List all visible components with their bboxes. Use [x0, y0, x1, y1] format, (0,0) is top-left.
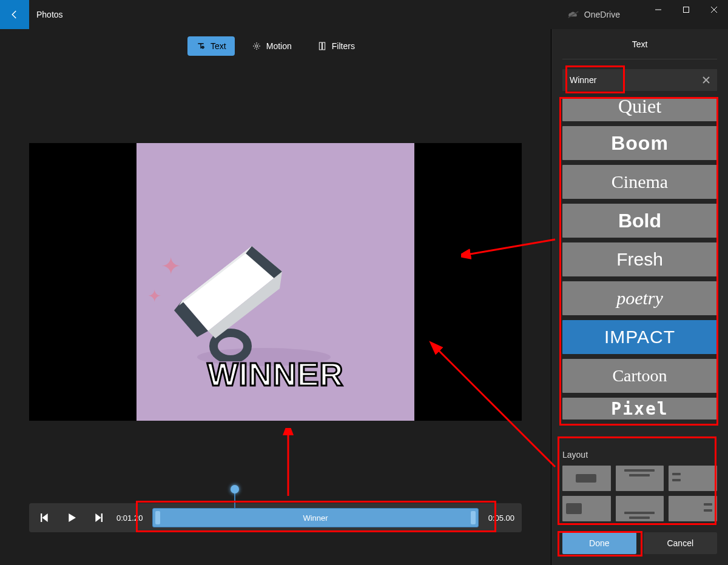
onedrive-status[interactable]: OneDrive [567, 10, 620, 19]
play-button[interactable] [63, 509, 80, 526]
layout-top[interactable] [616, 466, 664, 491]
next-frame-button[interactable] [90, 509, 107, 526]
style-poetry[interactable]: poetry [562, 281, 717, 315]
app-title: Photos [36, 10, 63, 19]
megaphone-illustration [161, 234, 306, 361]
prev-frame-button[interactable] [36, 509, 53, 526]
tab-filters-label: Filters [332, 41, 355, 51]
text-icon [196, 41, 206, 51]
titlebar: Photos OneDrive [0, 0, 728, 29]
preview[interactable]: ✦ ✦ WINNER [29, 143, 522, 421]
style-bold[interactable]: Bold [562, 204, 717, 238]
svg-rect-9 [319, 42, 322, 50]
minimize-button[interactable] [644, 0, 672, 19]
svg-point-8 [255, 45, 258, 47]
style-cinema[interactable]: Cinema [562, 165, 717, 199]
clip-label: Winner [303, 513, 328, 523]
layout-section: Layout [562, 450, 717, 521]
text-styles-list: Quiet Boom Cinema Bold Fresh poetry IMPA… [562, 97, 717, 440]
svg-marker-17 [42, 513, 47, 522]
style-quiet[interactable]: Quiet [562, 97, 717, 121]
overlay-text[interactable]: WINNER [136, 355, 414, 393]
motion-icon [252, 41, 261, 51]
text-clip[interactable]: Winner [152, 508, 478, 527]
panel-title: Text [562, 29, 717, 59]
svg-rect-18 [41, 513, 42, 522]
tab-motion[interactable]: Motion [243, 36, 300, 56]
layout-bottom[interactable] [616, 496, 664, 521]
layout-left[interactable] [669, 466, 717, 491]
cloud-off-icon [567, 10, 579, 19]
style-pixel[interactable]: Pixel [562, 398, 717, 420]
svg-marker-20 [95, 513, 101, 522]
close-button[interactable] [700, 0, 728, 19]
maximize-button[interactable] [672, 0, 700, 19]
layout-center[interactable] [562, 466, 611, 491]
clear-text-button[interactable] [695, 69, 717, 91]
text-input[interactable] [562, 75, 695, 85]
preview-frame: ✦ ✦ WINNER [136, 143, 414, 421]
done-button[interactable]: Done [562, 532, 636, 554]
svg-rect-21 [101, 513, 103, 522]
filters-icon [317, 41, 327, 51]
text-panel: Text Quiet Boom Cinema Bold Fresh poetry… [551, 29, 728, 565]
svg-rect-2 [684, 7, 689, 13]
style-cartoon[interactable]: Cartoon [562, 359, 717, 393]
style-impact[interactable]: IMPACT [562, 320, 717, 354]
clip-track[interactable]: Winner [152, 508, 478, 527]
cancel-button[interactable]: Cancel [644, 532, 718, 554]
sparkle-icon: ✦ [147, 286, 161, 306]
tab-motion-label: Motion [266, 41, 292, 51]
tab-text[interactable]: Text [187, 36, 235, 56]
svg-rect-10 [322, 42, 325, 50]
style-fresh[interactable]: Fresh [562, 242, 717, 276]
svg-marker-19 [69, 513, 76, 522]
tool-tabs: Text Motion Filters [0, 29, 551, 58]
clip-handle-right[interactable] [471, 511, 476, 524]
layout-left-box[interactable] [562, 496, 611, 521]
timeline: 0:01.20 Winner 0:05.00 [29, 503, 522, 532]
layout-label: Layout [562, 450, 717, 460]
panel-buttons: Done Cancel [562, 532, 717, 554]
style-boom[interactable]: Boom [562, 126, 717, 160]
time-current: 0:01.20 [116, 513, 143, 523]
onedrive-label: OneDrive [584, 10, 620, 19]
tab-filters[interactable]: Filters [309, 36, 363, 56]
back-button[interactable] [0, 0, 29, 29]
time-total: 0:05.00 [488, 513, 514, 523]
tab-text-label: Text [211, 41, 226, 51]
layout-right[interactable] [669, 496, 717, 521]
text-input-row [562, 69, 717, 91]
canvas-area: Text Motion Filters ✦ ✦ [0, 29, 551, 565]
clip-handle-left[interactable] [155, 511, 160, 524]
close-icon [703, 76, 710, 84]
